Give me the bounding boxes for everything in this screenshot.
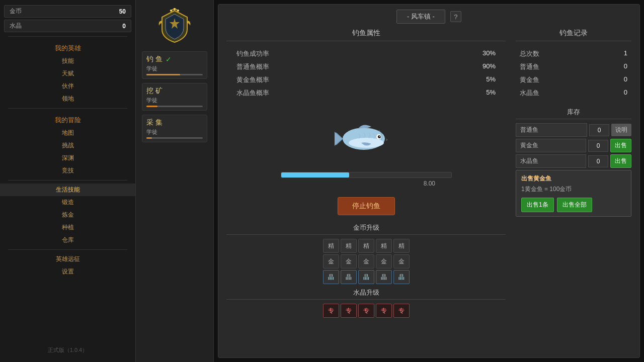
mining-skill-bar <box>146 106 203 107</box>
adventure-section-title: 我的冒险 <box>0 112 135 127</box>
normal-fish-inventory: 普通鱼 0 说明 <box>516 123 631 137</box>
life-section-title[interactable]: 生活技能 <box>0 184 135 196</box>
sidebar-item-talent[interactable]: 天赋 <box>0 67 135 80</box>
upgrade-cell-jing-1[interactable]: 精 <box>323 239 339 253</box>
mining-skill-level: 学徒 <box>146 97 203 104</box>
gold-fish-sell-button[interactable]: 出售 <box>610 139 631 152</box>
inventory-title: 库存 <box>516 108 631 119</box>
gold-upgrade-title: 金币升级 <box>226 223 506 235</box>
gold-fish-rate-row: 黄金鱼概率 5% <box>226 73 506 86</box>
crystal-fish-rate-label: 水晶鱼概率 <box>236 88 269 98</box>
upgrade-cell-jin-4[interactable]: 金 <box>376 254 392 268</box>
gold-upgrade-grid: 精 精 精 精 精 金 金 金 金 金 <box>226 239 506 284</box>
crystal-upgrade-grid: 专 专 专 专 专 <box>226 304 506 318</box>
gathering-skill-level: 学徒 <box>146 128 203 136</box>
svg-point-0 <box>170 10 172 12</box>
normal-fish-inv-value: 0 <box>589 124 609 136</box>
upgrade-cell-jing-2[interactable]: 精 <box>341 239 357 253</box>
help-button[interactable]: ? <box>450 11 461 22</box>
crystal-fish-rate-row: 水晶鱼概率 5% <box>226 86 506 100</box>
sidebar-item-expedition[interactable]: 英雄远征 <box>0 253 135 265</box>
gold-fish-rate-value: 5% <box>486 75 496 84</box>
upgrade-cell-jing2-5[interactable]: 晶 <box>393 270 410 284</box>
sidebar-item-skills[interactable]: 技能 <box>0 55 135 67</box>
upgrade-row-jing: 精 精 精 精 精 <box>323 239 410 253</box>
inventory-section: 库存 普通鱼 0 说明 黄金鱼 0 出售 水晶鱼 0 出售 <box>516 108 631 217</box>
upgrade-cell-zuan-5[interactable]: 专 <box>393 304 410 318</box>
progress-section: 8.00 <box>226 172 506 187</box>
mining-skill[interactable]: 挖 矿 学徒 <box>142 83 207 111</box>
sidebar-item-plant[interactable]: 种植 <box>0 221 135 234</box>
crystal-fish-record-label: 水晶鱼 <box>520 88 539 98</box>
sell-actions: 出售1条 出售全部 <box>521 198 626 212</box>
upgrade-cell-jin-5[interactable]: 金 <box>393 254 410 268</box>
sidebar-item-map[interactable]: 地图 <box>0 127 135 139</box>
upgrade-cell-jing-4[interactable]: 精 <box>376 239 392 253</box>
gold-fish-inv-value: 0 <box>588 140 608 152</box>
sidebar-item-abyss[interactable]: 深渊 <box>0 152 135 164</box>
content-body: 钓鱼属性 钓鱼成功率 30% 普通鱼概率 90% 黄金鱼概率 5% 水晶鱼概率 <box>218 29 639 357</box>
crystal-fish-sell-button[interactable]: 出售 <box>610 154 631 168</box>
main-content: - 风车镇 - ? 钓鱼属性 钓鱼成功率 30% 普通鱼概率 90% <box>218 4 640 358</box>
upgrade-cell-jing-3[interactable]: 精 <box>358 239 374 253</box>
total-count-value: 1 <box>624 49 627 58</box>
upgrade-cell-jing2-1[interactable]: 晶 <box>323 270 339 284</box>
upgrade-cell-zuan-2[interactable]: 专 <box>341 304 357 318</box>
upgrade-cell-jing2-3[interactable]: 晶 <box>358 270 374 284</box>
svg-point-1 <box>174 8 176 10</box>
crystal-upgrade-title: 水晶升级 <box>226 288 506 300</box>
upgrade-cell-jin-1[interactable]: 金 <box>323 254 339 268</box>
upgrade-cell-jin-3[interactable]: 金 <box>358 254 374 268</box>
sell-all-button[interactable]: 出售全部 <box>557 198 592 212</box>
fishing-record-title: 钓鱼记录 <box>516 29 631 41</box>
crystal-fish-rate-value: 5% <box>486 88 496 98</box>
total-count-row: 总次数 1 <box>516 47 631 60</box>
crystal-upgrade-section: 水晶升级 专 专 专 专 专 <box>226 288 506 318</box>
upgrade-cell-jing2-2[interactable]: 晶 <box>341 270 357 284</box>
stop-fishing-button[interactable]: 停止钓鱼 <box>338 197 395 215</box>
normal-fish-rate-label: 普通鱼概率 <box>236 62 269 71</box>
sidebar-item-warehouse[interactable]: 仓库 <box>0 234 135 246</box>
fishing-attributes: 钓鱼属性 钓鱼成功率 30% 普通鱼概率 90% 黄金鱼概率 5% 水晶鱼概率 <box>226 29 506 100</box>
fishing-skill-name: 钓 鱼 <box>146 55 163 64</box>
progress-bar-fill <box>281 172 349 177</box>
crystal-fish-inv-value: 0 <box>588 155 608 167</box>
sidebar-item-competition[interactable]: 竞技 <box>0 164 135 177</box>
fishing-skill-bar <box>146 74 203 75</box>
content-right: 钓鱼记录 总次数 1 普通鱼 0 黄金鱼 0 水晶鱼 <box>516 29 631 349</box>
normal-fish-record-label: 普通鱼 <box>520 62 539 71</box>
crystal-fish-inventory: 水晶鱼 0 出售 <box>516 154 631 168</box>
upgrade-cell-jing2-4[interactable]: 晶 <box>376 270 392 284</box>
normal-fish-info-button[interactable]: 说明 <box>611 124 631 136</box>
svg-point-2 <box>177 10 179 12</box>
sell-tooltip-title: 出售黄金鱼 <box>521 174 626 183</box>
gathering-skill-bar <box>146 137 203 139</box>
total-count-label: 总次数 <box>520 49 539 58</box>
gold-fish-inventory: 黄金鱼 0 出售 <box>516 139 631 152</box>
svg-point-7 <box>378 135 381 138</box>
gathering-skill[interactable]: 采 集 学徒 <box>142 115 207 142</box>
crystal-fish-record-row: 水晶鱼 0 <box>516 86 631 100</box>
success-rate-row: 钓鱼成功率 30% <box>226 47 506 60</box>
gathering-skill-name: 采 集 <box>146 118 163 127</box>
hero-section-title: 我的英雄 <box>0 40 135 55</box>
upgrade-cell-zuan-4[interactable]: 专 <box>376 304 392 318</box>
sidebar-item-partner[interactable]: 伙伴 <box>0 80 135 93</box>
sell-one-button[interactable]: 出售1条 <box>521 198 554 212</box>
sidebar-item-forge[interactable]: 锻造 <box>0 196 135 209</box>
normal-fish-rate-row: 普通鱼概率 90% <box>226 60 506 73</box>
upgrade-cell-jin-2[interactable]: 金 <box>341 254 357 268</box>
upgrade-cell-zuan-1[interactable]: 专 <box>323 304 339 318</box>
sidebar-item-challenge[interactable]: 挑战 <box>0 139 135 152</box>
upgrade-cell-zuan-3[interactable]: 专 <box>358 304 374 318</box>
crystal-value: 0 <box>122 23 126 30</box>
version-text: 正式版（1.0.4） <box>0 342 135 358</box>
sidebar-item-territory[interactable]: 领地 <box>0 93 135 105</box>
sidebar-item-alchemy[interactable]: 炼金 <box>0 209 135 221</box>
svg-point-8 <box>379 136 380 137</box>
normal-fish-rate-value: 90% <box>482 62 496 71</box>
sidebar-item-settings[interactable]: 设置 <box>0 265 135 278</box>
fishing-skill[interactable]: 钓 鱼 ✓ 学徒 <box>142 51 207 79</box>
upgrade-cell-jing-5[interactable]: 精 <box>393 239 410 253</box>
skills-panel: 钓 鱼 ✓ 学徒 挖 矿 学徒 采 集 学徒 <box>136 0 214 362</box>
